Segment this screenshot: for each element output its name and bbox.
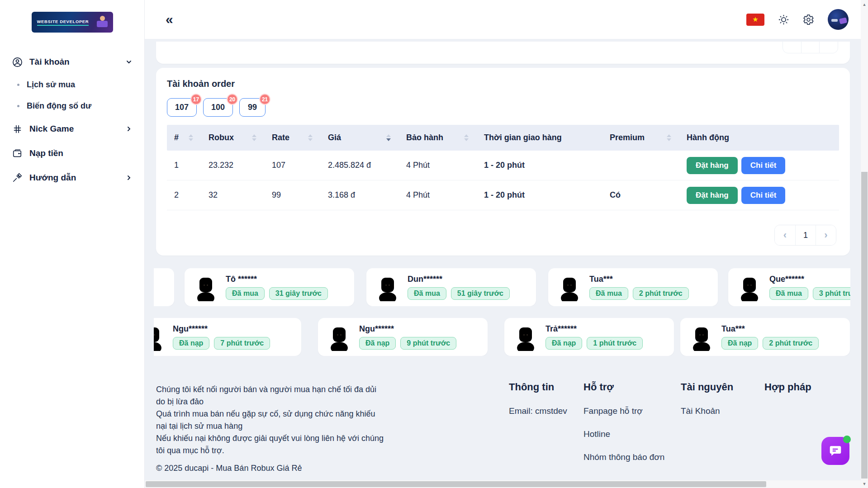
settings-button[interactable] xyxy=(803,14,814,25)
buyer-avatar xyxy=(327,323,351,351)
time-badge: 9 phút trước xyxy=(400,337,456,350)
flag-star-icon: ★ xyxy=(752,15,758,24)
footer-link-fanpage[interactable]: Fanpage hỗ trợ xyxy=(583,406,664,416)
tab-rate-100[interactable]: 100 20 xyxy=(203,98,233,117)
column-header-premium[interactable]: Premium xyxy=(602,125,679,151)
footer-column-hop-phap: Hợp pháp xyxy=(764,381,811,393)
action-badge: Đã mua xyxy=(589,287,628,300)
cell-actions: Đặt hàng Chi tiết xyxy=(679,187,839,204)
sort-icon xyxy=(308,134,313,141)
time-badge: 51 giây trước xyxy=(451,287,510,300)
scroll-up-arrow[interactable]: ▲ xyxy=(861,2,868,7)
cell-bao-hanh: 4 Phút xyxy=(399,161,477,170)
chevron-right-icon xyxy=(125,174,133,181)
sort-icon xyxy=(252,134,256,141)
action-badge: Đã mua xyxy=(408,287,446,300)
column-header-bao-hanh[interactable]: Bảo hành xyxy=(399,125,477,151)
action-badge: Đã nạp xyxy=(173,337,209,350)
order-section-card: Tài khoản order 107 17 100 20 99 21 xyxy=(156,68,850,256)
pagination-next-button[interactable]: › xyxy=(816,225,836,245)
chevron-right-icon xyxy=(125,125,133,133)
online-status-dot xyxy=(843,436,851,443)
notification-card: Ngu****** Đã nạp 9 phút trước xyxy=(318,318,488,356)
section-title: Tài khoản order xyxy=(167,79,839,89)
theme-toggle-button[interactable] xyxy=(778,14,789,25)
buyer-name: Tua*** xyxy=(589,275,689,284)
horizontal-scrollbar-thumb[interactable] xyxy=(146,481,766,487)
pagination-page-1[interactable]: 1 xyxy=(795,225,816,245)
scroll-down-arrow[interactable]: ▼ xyxy=(861,482,868,486)
footer-about-line: Chúng tôi kết nối người bán và người mua… xyxy=(156,384,384,408)
footer-column-title: Thông tin xyxy=(509,381,567,393)
table-row: 2 32 99 3.168 đ 4 Phút 1 - 20 phút Có Đặ… xyxy=(167,180,839,210)
footer-about-line: Nếu khiếu nại không được giải quyết vui … xyxy=(156,432,384,457)
user-avatar[interactable] xyxy=(828,9,849,30)
tab-rate-107[interactable]: 107 17 xyxy=(167,98,197,117)
cell-robux: 23.232 xyxy=(201,161,265,170)
buyer-name: Ngu****** xyxy=(359,324,456,334)
footer-about-line: Quá trình mua bán nếu gặp sự cố, sử dụng… xyxy=(156,408,384,432)
tab-label: 99 xyxy=(248,103,257,112)
sort-desc-active-icon xyxy=(386,134,391,141)
sidebar-item-label: Nạp tiền xyxy=(29,148,63,158)
buyer-name: Que****** xyxy=(769,275,850,284)
sidebar-item-huong-dan[interactable]: Hướng dẫn xyxy=(0,166,144,190)
purchase-notifications-row: Tô ****** Đã mua 31 giây trước Dun******… xyxy=(154,268,850,306)
tab-rate-99[interactable]: 99 21 xyxy=(239,98,266,117)
table-header-row: # Robux Rate Giá xyxy=(167,125,839,151)
logo-banner: WEBSITE DEVELOPER xyxy=(32,12,113,33)
vertical-scrollbar-thumb[interactable] xyxy=(861,172,868,479)
sidebar-item-label: Nick Game xyxy=(29,124,74,134)
column-header-hanh-dong: Hành động xyxy=(679,125,839,151)
footer-column-thong-tin: Thông tin Email: cmstdev xyxy=(509,381,567,416)
sidebar-item-nick-game[interactable]: Nick Game xyxy=(0,117,144,141)
order-button[interactable]: Đặt hàng xyxy=(687,157,738,174)
topbar: « ★ xyxy=(145,0,861,39)
bullet-icon xyxy=(17,105,19,107)
column-header-gia[interactable]: Giá xyxy=(321,125,399,151)
table-row: 1 23.232 107 2.485.824 đ 4 Phút 1 - 20 p… xyxy=(167,151,839,180)
language-flag-vietnam[interactable]: ★ xyxy=(746,14,764,26)
buyer-name: Tua*** xyxy=(721,324,819,334)
sidebar-item-lich-su-mua[interactable]: Lịch sử mua xyxy=(0,74,144,95)
cell-gia: 3.168 đ xyxy=(321,190,399,200)
action-badge: Đã nạp xyxy=(359,337,396,350)
time-badge: 3 phút trước xyxy=(813,287,850,300)
detail-button[interactable]: Chi tiết xyxy=(741,157,786,174)
chat-widget-button[interactable] xyxy=(821,437,849,465)
sort-icon xyxy=(189,134,193,141)
horizontal-scrollbar[interactable] xyxy=(145,480,861,488)
sidebar-item-tai-khoan[interactable]: Tài khoản xyxy=(0,50,144,74)
buyer-avatar xyxy=(737,273,762,301)
previous-pagination xyxy=(783,42,838,53)
hash-icon xyxy=(12,123,23,134)
footer-copyright: © 2025 ducapi - Mua Bán Robux Giá Rẻ xyxy=(156,462,384,474)
sidebar-collapse-button[interactable]: « xyxy=(166,13,173,26)
sidebar-item-label: Lịch sử mua xyxy=(27,80,75,90)
order-button[interactable]: Đặt hàng xyxy=(687,187,738,204)
footer-link-nhom-thong-bao[interactable]: Nhóm thông báo đơn xyxy=(583,452,664,462)
gear-icon xyxy=(803,14,814,25)
buyer-avatar xyxy=(154,323,165,351)
vertical-scrollbar[interactable]: ▲ ▼ xyxy=(861,0,868,488)
column-header-index[interactable]: # xyxy=(167,125,201,151)
buyer-avatar xyxy=(194,273,218,301)
previous-section-card xyxy=(156,42,850,64)
footer-link-tai-khoan[interactable]: Tài Khoản xyxy=(681,406,733,416)
buyer-avatar xyxy=(375,273,400,301)
notification-card: Tô ****** Đã mua 31 giây trước xyxy=(185,268,354,306)
main-content: Tài khoản order 107 17 100 20 99 21 xyxy=(145,39,861,480)
cell-premium: Có xyxy=(602,190,679,200)
column-header-rate[interactable]: Rate xyxy=(265,125,321,151)
cell-thoi-gian: 1 - 20 phút xyxy=(477,161,602,170)
sidebar-item-bien-dong-so-du[interactable]: Biến động số dư xyxy=(0,95,144,117)
detail-button[interactable]: Chi tiết xyxy=(741,187,786,204)
sidebar-item-nap-tien[interactable]: Nạp tiền xyxy=(0,141,144,166)
pagination-prev-button[interactable]: ‹ xyxy=(775,225,795,245)
column-header-thoi-gian: Thời gian giao hàng xyxy=(477,125,602,151)
cell-index: 1 xyxy=(167,161,201,170)
footer-link-hotline[interactable]: Hotline xyxy=(583,429,664,439)
gavel-icon xyxy=(12,172,23,183)
column-header-robux[interactable]: Robux xyxy=(201,125,265,151)
cell-rate: 107 xyxy=(265,161,321,170)
